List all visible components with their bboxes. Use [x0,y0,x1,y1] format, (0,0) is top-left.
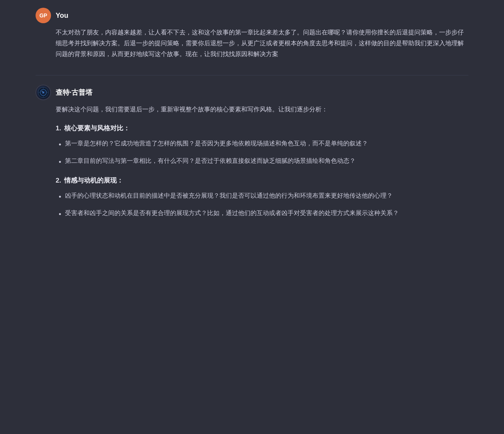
user-message-block: GP You 不太对劲了朋友，内容越来越差，让人看不下去，这和这个故事的第一章比… [36,8,468,63]
section-1-number: 1. [56,123,61,134]
bullet-text-2-2: 受害者和凶手之间的关系是否有更合理的展现方式？比如，通过他们的互动或者凶手对受害… [65,208,399,219]
message-divider [36,75,468,75]
bot-message-header: 查特·古普塔 [36,85,468,100]
section-2-bullets: • 凶手的心理状态和动机在目前的描述中是否被充分展现？我们是否可以通过他的行为和… [59,190,468,221]
bot-avatar-icon [38,87,49,98]
user-username: You [56,12,68,20]
bot-avatar [36,85,51,100]
section-1-bullets: • 第一章是怎样的？它成功地营造了怎样的氛围？是否因为更多地依赖现场描述和角色互… [59,138,468,169]
section-item-1: 1. 核心要素与风格对比： • 第一章是怎样的？它成功地营造了怎样的氛围？是否因… [56,123,468,169]
section-1-header: 1. 核心要素与风格对比： [56,123,468,134]
bot-username: 查特·古普塔 [56,88,92,97]
bot-message-content: 要解决这个问题，我们需要退后一步，重新审视整个故事的核心要素和写作风格。让我们逐… [56,104,468,227]
section-2-header: 2. 情感与动机的展现： [56,175,468,186]
section-1-title: 核心要素与风格对比： [64,123,130,134]
user-message-text: 不太对劲了朋友，内容越来越差，让人看不下去，这和这个故事的第一章比起来差太多了。… [56,27,468,60]
bullet-dot-1-2: • [59,156,61,169]
bullet-dot-2-2: • [59,208,61,221]
bot-sections-list: 1. 核心要素与风格对比： • 第一章是怎样的？它成功地营造了怎样的氛围？是否因… [56,123,468,221]
bullet-dot-2-1: • [59,191,61,203]
section-item-2: 2. 情感与动机的展现： • 凶手的心理状态和动机在目前的描述中是否被充分展现？… [56,175,468,221]
chat-container: GP You 不太对劲了朋友，内容越来越差，让人看不下去，这和这个故事的第一章比… [20,0,484,235]
user-message-header: GP You [36,8,468,23]
svg-point-3 [43,92,44,93]
user-avatar: GP [36,8,51,23]
user-message-content: 不太对劲了朋友，内容越来越差，让人看不下去，这和这个故事的第一章比起来差太多了。… [56,27,468,63]
bullet-text-2-1: 凶手的心理状态和动机在目前的描述中是否被充分展现？我们是否可以通过他的行为和环境… [65,190,393,201]
section-1-colon: ： [123,125,130,132]
section-2-colon: ： [117,177,123,184]
svg-point-4 [42,91,43,92]
section-1-title-bold: 核心要素与风格对比 [64,125,123,132]
bot-intro-text: 要解决这个问题，我们需要退后一步，重新审视整个故事的核心要素和写作风格。让我们逐… [56,104,468,115]
section-2-number: 2. [56,175,61,186]
section-2-title-bold: 情感与动机的展现 [64,177,117,184]
section-2-title: 情感与动机的展现： [64,175,123,186]
bullet-item-2-1: • 凶手的心理状态和动机在目前的描述中是否被充分展现？我们是否可以通过他的行为和… [59,190,468,203]
bullet-text-1-1: 第一章是怎样的？它成功地营造了怎样的氛围？是否因为更多地依赖现场描述和角色互动，… [65,138,368,149]
bullet-text-1-2: 第二章目前的写法与第一章相比，有什么不同？是否过于依赖直接叙述而缺乏细腻的场景描… [65,155,356,166]
bullet-item-1-2: • 第二章目前的写法与第一章相比，有什么不同？是否过于依赖直接叙述而缺乏细腻的场… [59,155,468,169]
bullet-item-1-1: • 第一章是怎样的？它成功地营造了怎样的氛围？是否因为更多地依赖现场描述和角色互… [59,138,468,151]
bullet-item-2-2: • 受害者和凶手之间的关系是否有更合理的展现方式？比如，通过他们的互动或者凶手对… [59,208,468,221]
bot-avatar-inner [37,86,50,99]
bot-message-block: 查特·古普塔 要解决这个问题，我们需要退后一步，重新审视整个故事的核心要素和写作… [36,85,468,227]
bullet-dot-1-1: • [59,139,61,151]
